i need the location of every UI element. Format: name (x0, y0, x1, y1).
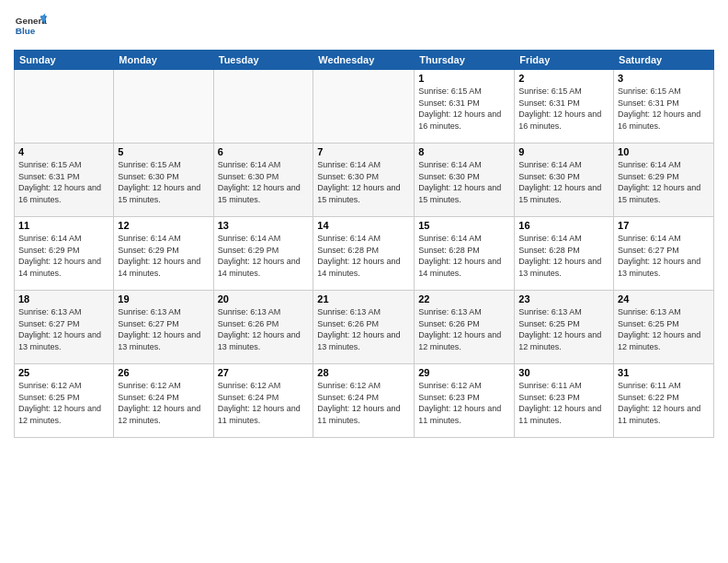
day-info: Sunrise: 6:13 AMSunset: 6:26 PMDaylight:… (418, 306, 510, 352)
day-number: 19 (118, 293, 209, 304)
calendar-cell: 19Sunrise: 6:13 AMSunset: 6:27 PMDayligh… (114, 291, 213, 364)
calendar-cell: 4Sunrise: 6:15 AMSunset: 6:31 PMDaylight… (15, 144, 114, 217)
calendar-cell: 1Sunrise: 6:15 AMSunset: 6:31 PMDaylight… (415, 70, 515, 144)
calendar-cell: 10Sunrise: 6:14 AMSunset: 6:29 PMDayligh… (614, 144, 714, 217)
svg-text:Blue: Blue (16, 26, 36, 36)
calendar-cell: 12Sunrise: 6:14 AMSunset: 6:29 PMDayligh… (114, 217, 213, 291)
week-row-2: 4Sunrise: 6:15 AMSunset: 6:31 PMDaylight… (15, 144, 714, 217)
calendar-cell (213, 70, 313, 144)
calendar-cell: 11Sunrise: 6:14 AMSunset: 6:29 PMDayligh… (15, 217, 114, 291)
weekday-header-friday: Friday (515, 51, 614, 70)
calendar-cell (114, 70, 213, 144)
header: General Blue (14, 9, 714, 42)
calendar-cell (15, 70, 114, 144)
calendar-cell: 20Sunrise: 6:13 AMSunset: 6:26 PMDayligh… (213, 291, 313, 364)
day-info: Sunrise: 6:14 AMSunset: 6:29 PMDaylight:… (618, 159, 710, 205)
page: General Blue SundayMondayTuesdayWednesda… (0, 0, 728, 563)
day-info: Sunrise: 6:15 AMSunset: 6:31 PMDaylight:… (618, 86, 710, 132)
weekday-header-saturday: Saturday (614, 51, 714, 70)
day-number: 8 (418, 146, 510, 157)
day-info: Sunrise: 6:14 AMSunset: 6:29 PMDaylight:… (18, 233, 109, 279)
day-number: 7 (317, 146, 410, 157)
calendar-cell (313, 70, 415, 144)
day-number: 2 (518, 73, 609, 84)
day-info: Sunrise: 6:12 AMSunset: 6:24 PMDaylight:… (218, 380, 310, 426)
weekday-header-thursday: Thursday (415, 51, 515, 70)
week-row-4: 18Sunrise: 6:13 AMSunset: 6:27 PMDayligh… (15, 291, 714, 364)
day-info: Sunrise: 6:13 AMSunset: 6:27 PMDaylight:… (118, 306, 209, 352)
day-info: Sunrise: 6:14 AMSunset: 6:28 PMDaylight:… (518, 233, 609, 279)
week-row-3: 11Sunrise: 6:14 AMSunset: 6:29 PMDayligh… (15, 217, 714, 291)
day-info: Sunrise: 6:14 AMSunset: 6:27 PMDaylight:… (618, 233, 710, 279)
day-info: Sunrise: 6:13 AMSunset: 6:27 PMDaylight:… (18, 306, 109, 352)
day-number: 12 (118, 220, 209, 231)
day-number: 30 (518, 367, 609, 378)
day-number: 18 (18, 293, 109, 304)
day-info: Sunrise: 6:13 AMSunset: 6:25 PMDaylight:… (518, 306, 609, 352)
calendar-cell: 6Sunrise: 6:14 AMSunset: 6:30 PMDaylight… (213, 144, 313, 217)
logo: General Blue (14, 9, 47, 42)
day-number: 10 (618, 146, 710, 157)
day-number: 23 (518, 293, 609, 304)
weekday-header-monday: Monday (114, 51, 213, 70)
day-info: Sunrise: 6:13 AMSunset: 6:25 PMDaylight:… (618, 306, 710, 352)
calendar-cell: 25Sunrise: 6:12 AMSunset: 6:25 PMDayligh… (15, 364, 114, 438)
day-number: 16 (518, 220, 609, 231)
day-info: Sunrise: 6:12 AMSunset: 6:24 PMDaylight:… (317, 380, 410, 426)
day-number: 4 (18, 146, 109, 157)
day-number: 26 (118, 367, 209, 378)
calendar-cell: 9Sunrise: 6:14 AMSunset: 6:30 PMDaylight… (515, 144, 614, 217)
calendar-cell: 29Sunrise: 6:12 AMSunset: 6:23 PMDayligh… (415, 364, 515, 438)
day-info: Sunrise: 6:15 AMSunset: 6:30 PMDaylight:… (118, 159, 209, 205)
calendar-cell: 2Sunrise: 6:15 AMSunset: 6:31 PMDaylight… (515, 70, 614, 144)
calendar-cell: 13Sunrise: 6:14 AMSunset: 6:29 PMDayligh… (213, 217, 313, 291)
day-info: Sunrise: 6:15 AMSunset: 6:31 PMDaylight:… (518, 86, 609, 132)
day-info: Sunrise: 6:14 AMSunset: 6:30 PMDaylight:… (218, 159, 310, 205)
day-info: Sunrise: 6:15 AMSunset: 6:31 PMDaylight:… (18, 159, 109, 205)
day-info: Sunrise: 6:14 AMSunset: 6:30 PMDaylight:… (418, 159, 510, 205)
day-number: 28 (317, 367, 410, 378)
logo-icon: General Blue (14, 9, 47, 42)
day-number: 13 (218, 220, 310, 231)
day-info: Sunrise: 6:14 AMSunset: 6:29 PMDaylight:… (218, 233, 310, 279)
calendar-cell: 27Sunrise: 6:12 AMSunset: 6:24 PMDayligh… (213, 364, 313, 438)
calendar-cell: 3Sunrise: 6:15 AMSunset: 6:31 PMDaylight… (614, 70, 714, 144)
calendar-cell: 8Sunrise: 6:14 AMSunset: 6:30 PMDaylight… (415, 144, 515, 217)
calendar-cell: 5Sunrise: 6:15 AMSunset: 6:30 PMDaylight… (114, 144, 213, 217)
calendar-cell: 31Sunrise: 6:11 AMSunset: 6:22 PMDayligh… (614, 364, 714, 438)
calendar-cell: 18Sunrise: 6:13 AMSunset: 6:27 PMDayligh… (15, 291, 114, 364)
day-info: Sunrise: 6:14 AMSunset: 6:28 PMDaylight:… (418, 233, 510, 279)
calendar-cell: 30Sunrise: 6:11 AMSunset: 6:23 PMDayligh… (515, 364, 614, 438)
day-number: 6 (218, 146, 310, 157)
day-info: Sunrise: 6:14 AMSunset: 6:28 PMDaylight:… (317, 233, 410, 279)
calendar-cell: 22Sunrise: 6:13 AMSunset: 6:26 PMDayligh… (415, 291, 515, 364)
day-info: Sunrise: 6:11 AMSunset: 6:22 PMDaylight:… (618, 380, 710, 426)
calendar-cell: 15Sunrise: 6:14 AMSunset: 6:28 PMDayligh… (415, 217, 515, 291)
weekday-header-row: SundayMondayTuesdayWednesdayThursdayFrid… (15, 51, 714, 70)
day-number: 25 (18, 367, 109, 378)
day-info: Sunrise: 6:12 AMSunset: 6:23 PMDaylight:… (418, 380, 510, 426)
day-number: 22 (418, 293, 510, 304)
day-info: Sunrise: 6:14 AMSunset: 6:29 PMDaylight:… (118, 233, 209, 279)
day-number: 3 (618, 73, 710, 84)
day-info: Sunrise: 6:12 AMSunset: 6:24 PMDaylight:… (118, 380, 209, 426)
day-number: 31 (618, 367, 710, 378)
day-number: 14 (317, 220, 410, 231)
week-row-5: 25Sunrise: 6:12 AMSunset: 6:25 PMDayligh… (15, 364, 714, 438)
week-row-1: 1Sunrise: 6:15 AMSunset: 6:31 PMDaylight… (15, 70, 714, 144)
day-number: 27 (218, 367, 310, 378)
day-info: Sunrise: 6:13 AMSunset: 6:26 PMDaylight:… (317, 306, 410, 352)
calendar-cell: 24Sunrise: 6:13 AMSunset: 6:25 PMDayligh… (614, 291, 714, 364)
weekday-header-wednesday: Wednesday (313, 51, 415, 70)
day-info: Sunrise: 6:15 AMSunset: 6:31 PMDaylight:… (418, 86, 510, 132)
day-number: 17 (618, 220, 710, 231)
weekday-header-tuesday: Tuesday (213, 51, 313, 70)
day-number: 24 (618, 293, 710, 304)
calendar-cell: 23Sunrise: 6:13 AMSunset: 6:25 PMDayligh… (515, 291, 614, 364)
calendar-cell: 28Sunrise: 6:12 AMSunset: 6:24 PMDayligh… (313, 364, 415, 438)
day-number: 11 (18, 220, 109, 231)
day-number: 29 (418, 367, 510, 378)
calendar-cell: 21Sunrise: 6:13 AMSunset: 6:26 PMDayligh… (313, 291, 415, 364)
day-number: 21 (317, 293, 410, 304)
day-info: Sunrise: 6:12 AMSunset: 6:25 PMDaylight:… (18, 380, 109, 426)
